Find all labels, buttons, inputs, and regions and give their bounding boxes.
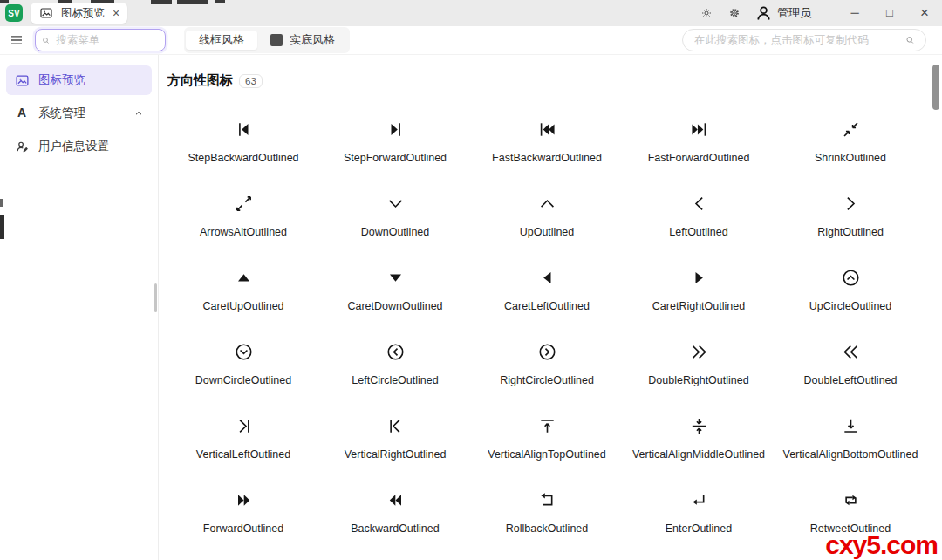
icon-label: CaretDownOutlined bbox=[347, 300, 442, 312]
icon-cell-vertical-align-top[interactable]: VerticalAlignTopOutlined bbox=[471, 397, 623, 471]
section-count-badge: 63 bbox=[239, 74, 263, 88]
sidebar-item-system-management[interactable]: A 系统管理 bbox=[6, 99, 152, 128]
tab-icon-preview[interactable]: 图标预览 × bbox=[31, 3, 127, 24]
icon-label: RightOutlined bbox=[817, 226, 884, 238]
tab-close-icon[interactable]: × bbox=[113, 7, 119, 19]
forward-icon bbox=[234, 482, 254, 517]
icon-cell-right-circle[interactable]: RightCircleOutlined bbox=[471, 323, 623, 397]
vertical-right-icon bbox=[386, 408, 406, 443]
tab-title: 图标预览 bbox=[61, 6, 105, 21]
step-backward-icon bbox=[234, 112, 254, 147]
sidebar-item-label: 系统管理 bbox=[38, 106, 85, 121]
vertical-left-icon bbox=[234, 408, 254, 443]
left-circle-icon bbox=[386, 334, 406, 369]
sidebar-item-icon-preview[interactable]: 图标预览 bbox=[6, 65, 152, 95]
icon-label: CaretRightOutlined bbox=[652, 300, 745, 312]
segment-wireframe-style[interactable]: 线框风格 bbox=[186, 31, 257, 50]
icon-cell-step-backward[interactable]: StepBackwardOutlined bbox=[167, 100, 319, 174]
screen-edge-artifact bbox=[91, 0, 114, 3]
icon-cell-enter[interactable]: EnterOutlined bbox=[623, 471, 775, 545]
caret-right-icon bbox=[689, 260, 709, 295]
icon-cell-left[interactable]: LeftOutlined bbox=[623, 174, 775, 249]
vertical-align-top-icon bbox=[537, 408, 557, 443]
icon-cell-caret-left[interactable]: CaretLeftOutlined bbox=[471, 249, 623, 323]
icon-cell-step-forward[interactable]: StepForwardOutlined bbox=[319, 100, 471, 174]
menu-search-input[interactable] bbox=[54, 33, 160, 47]
window-close-button[interactable]: × bbox=[907, 0, 942, 26]
fast-backward-icon bbox=[537, 112, 557, 147]
icon-cell-up[interactable]: UpOutlined bbox=[471, 174, 623, 249]
icon-cell-down-circle[interactable]: DownCircleOutlined bbox=[167, 323, 319, 397]
icon-label: RightCircleOutlined bbox=[500, 374, 594, 386]
right-icon bbox=[841, 186, 861, 221]
icon-label: CaretUpOutlined bbox=[202, 300, 283, 312]
vertical-align-middle-icon bbox=[689, 408, 709, 443]
user-name[interactable]: 管理员 bbox=[777, 5, 811, 21]
icon-cell-fast-forward[interactable]: FastForwardOutlined bbox=[623, 100, 775, 174]
rollback-icon bbox=[537, 482, 557, 517]
titlebar: SV 图标预览 × bbox=[0, 0, 942, 26]
settings-gear-icon[interactable] bbox=[727, 5, 742, 21]
icon-label: ForwardOutlined bbox=[203, 522, 283, 535]
window-maximize-button[interactable]: □ bbox=[872, 0, 907, 26]
theme-sun-icon[interactable] bbox=[699, 5, 714, 21]
icon-cell-down[interactable]: DownOutlined bbox=[319, 174, 471, 249]
window-controls: ─ □ × bbox=[837, 0, 942, 26]
toolbar: 线框风格 实底风格 bbox=[0, 26, 942, 55]
app-logo[interactable]: SV bbox=[5, 4, 23, 22]
screen-edge-artifact bbox=[0, 199, 3, 207]
icon-label: DoubleLeftOutlined bbox=[803, 374, 897, 386]
step-forward-icon bbox=[386, 112, 406, 147]
icon-cell-caret-down[interactable]: CaretDownOutlined bbox=[319, 249, 471, 323]
icon-search-input[interactable] bbox=[693, 33, 899, 47]
icon-label: VerticalLeftOutlined bbox=[196, 448, 290, 461]
sidebar-item-user-info-settings[interactable]: 用户信息设置 bbox=[6, 132, 152, 161]
icon-cell-arrows-alt[interactable]: ArrowsAltOutlined bbox=[167, 174, 319, 249]
icon-cell-double-left[interactable]: DoubleLeftOutlined bbox=[775, 323, 926, 397]
main-scrollbar[interactable] bbox=[932, 55, 940, 560]
icon-cell-vertical-left[interactable]: VerticalLeftOutlined bbox=[167, 397, 319, 471]
shrink-icon bbox=[841, 112, 861, 147]
sidebar-item-label: 图标预览 bbox=[38, 72, 85, 88]
icon-label: DoubleRightOutlined bbox=[648, 374, 748, 386]
search-icon bbox=[44, 38, 49, 43]
screen-edge-artifact bbox=[0, 0, 9, 3]
icon-cell-rollback[interactable]: RollbackOutlined bbox=[471, 471, 623, 545]
image-icon bbox=[14, 72, 30, 88]
retweet-icon bbox=[841, 482, 861, 517]
icon-cell-left-circle[interactable]: LeftCircleOutlined bbox=[319, 323, 471, 397]
icon-cell-backward[interactable]: BackwardOutlined bbox=[319, 471, 471, 545]
icon-label: VerticalAlignTopOutlined bbox=[488, 448, 606, 461]
icon-cell-fast-backward[interactable]: FastBackwardOutlined bbox=[471, 100, 623, 174]
sidebar-scrollbar-thumb[interactable] bbox=[154, 283, 157, 312]
font-icon: A bbox=[14, 106, 30, 121]
icon-cell-caret-right[interactable]: CaretRightOutlined bbox=[623, 249, 775, 323]
chevron-up-icon bbox=[133, 108, 144, 119]
sidebar-item-label: 用户信息设置 bbox=[38, 139, 109, 154]
window-minimize-button[interactable]: ─ bbox=[837, 0, 872, 26]
icon-search-box[interactable] bbox=[682, 29, 926, 51]
icon-label: CaretLeftOutlined bbox=[504, 300, 590, 312]
icon-label: EnterOutlined bbox=[666, 522, 732, 535]
icon-cell-double-right[interactable]: DoubleRightOutlined bbox=[623, 323, 775, 397]
main-scrollbar-thumb[interactable] bbox=[932, 65, 939, 110]
sidebar-collapse-icon[interactable] bbox=[8, 31, 25, 49]
icon-cell-caret-up[interactable]: CaretUpOutlined bbox=[167, 249, 319, 323]
left-icon bbox=[689, 186, 709, 221]
icon-label: UpCircleOutlined bbox=[809, 300, 891, 312]
icon-cell-vertical-align-middle[interactable]: VerticalAlignMiddleOutlined bbox=[623, 397, 775, 471]
icon-cell-right[interactable]: RightOutlined bbox=[775, 174, 926, 249]
icon-cell-up-circle[interactable]: UpCircleOutlined bbox=[775, 249, 926, 323]
segment-label: 实底风格 bbox=[290, 32, 335, 48]
right-circle-icon bbox=[537, 334, 557, 369]
icon-cell-shrink[interactable]: ShrinkOutlined bbox=[775, 100, 926, 174]
user-avatar-icon[interactable] bbox=[754, 4, 773, 23]
icon-cell-forward[interactable]: ForwardOutlined bbox=[167, 471, 319, 545]
menu-search-box[interactable] bbox=[35, 29, 166, 51]
caret-down-icon bbox=[386, 260, 406, 295]
icon-label: ArrowsAltOutlined bbox=[200, 226, 287, 238]
icon-cell-vertical-align-bottom[interactable]: VerticalAlignBottomOutlined bbox=[775, 397, 926, 471]
segment-solid-style[interactable]: 实底风格 bbox=[257, 31, 348, 50]
icon-label: FastForwardOutlined bbox=[648, 152, 750, 164]
icon-cell-vertical-right[interactable]: VerticalRightOutlined bbox=[319, 397, 471, 471]
